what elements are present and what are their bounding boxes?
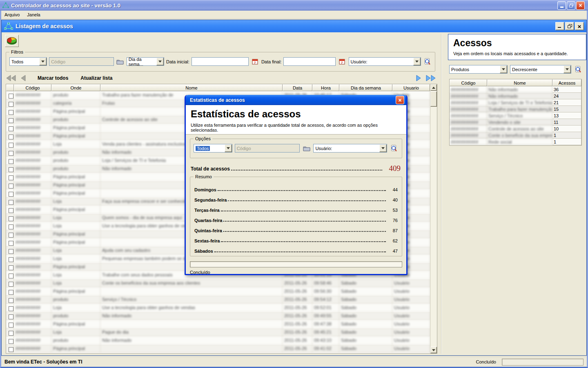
search-icon[interactable] [390, 144, 399, 153]
acessos-row[interactable]: ########### Controle de acessos ao site … [450, 126, 581, 132]
acessos-row[interactable]: ########### Vendendo o site 11 [450, 119, 581, 126]
menu-arquivo[interactable]: Arquivo [4, 12, 20, 17]
table-row[interactable]: ########## Loja Conte os benefícios da s… [6, 279, 430, 287]
col-data[interactable]: Data [283, 84, 312, 91]
table-row[interactable]: ########## produto Não informado 2011-05… [6, 312, 430, 320]
first-page-icon[interactable] [6, 74, 16, 82]
row-checkbox[interactable] [9, 331, 13, 336]
table-row[interactable]: ########## Página principal 2011-05-26 0… [6, 287, 430, 296]
row-checkbox[interactable] [9, 233, 13, 238]
table-row[interactable]: ########## Loja Use a tecnologia para ob… [6, 304, 430, 312]
row-checkbox[interactable] [9, 118, 13, 123]
chevron-down-icon[interactable] [500, 65, 507, 73]
acessos-row[interactable]: ########### Loja / Serviços de TI e Tele… [450, 99, 581, 106]
row-checkbox[interactable] [9, 216, 13, 221]
row-checkbox[interactable] [9, 167, 13, 172]
acessos-row[interactable]: ########### Trabalho para fazer manutenç… [450, 106, 581, 112]
scroll-down-icon[interactable] [430, 347, 437, 353]
calendar-icon[interactable]: 7 [251, 57, 259, 66]
col-onde[interactable]: Onde [51, 84, 100, 91]
row-checkbox[interactable] [9, 290, 13, 295]
row-checkbox[interactable] [9, 208, 13, 213]
child-close-button[interactable]: × [575, 22, 584, 30]
row-checkbox[interactable] [9, 241, 13, 246]
filter-user-combo[interactable]: Usuário: [349, 57, 421, 66]
row-checkbox[interactable] [9, 306, 13, 311]
dialog-code-input[interactable] [235, 144, 300, 153]
row-checkbox[interactable] [9, 200, 13, 205]
acessos-row[interactable]: ########### Serviço / Técnico 13 [450, 112, 581, 119]
child-restore-button[interactable] [565, 22, 574, 30]
chevron-down-icon[interactable] [413, 58, 421, 65]
row-checkbox[interactable] [9, 110, 13, 115]
row-checkbox[interactable] [9, 143, 13, 148]
table-row[interactable]: ########## Página principal 2011-05-26 0… [6, 345, 430, 353]
scroll-up-icon[interactable] [430, 84, 437, 91]
col-codigo[interactable]: Código [450, 79, 487, 86]
row-checkbox[interactable] [9, 323, 13, 328]
chevron-down-icon[interactable] [564, 65, 571, 73]
search-icon[interactable] [423, 57, 432, 66]
vertical-scrollbar[interactable] [430, 84, 437, 353]
row-checkbox[interactable] [9, 159, 13, 164]
date-start-input[interactable] [192, 57, 249, 66]
acessos-row[interactable]: ########### Conte o benefício da sua emp… [450, 132, 581, 139]
row-checkbox[interactable] [9, 347, 13, 352]
filter-type-combo[interactable]: Todos [9, 57, 47, 66]
table-row[interactable]: ########## produto Serviço / Técnico 201… [6, 296, 430, 304]
col-nome[interactable]: Nome [100, 84, 283, 91]
col-codigo[interactable]: Código [14, 84, 51, 91]
child-minimize-button[interactable] [555, 22, 564, 30]
filter-day-combo[interactable]: Dia da sema... [127, 57, 164, 66]
last-page-icon[interactable] [425, 74, 436, 82]
dialog-user-combo[interactable]: Usuário: [313, 144, 387, 153]
row-checkbox[interactable] [9, 151, 13, 156]
acessos-row[interactable]: ########### Não informado 36 [450, 86, 581, 93]
acessos-row[interactable]: ########### Não informado 24 [450, 93, 581, 99]
row-checkbox[interactable] [9, 94, 13, 99]
col-usuario[interactable]: Usuario [392, 84, 430, 91]
acessos-row[interactable]: ########### Rede social 1 [450, 139, 581, 145]
col-hora[interactable]: Hora [312, 84, 339, 91]
restore-button[interactable] [567, 1, 575, 10]
next-page-icon[interactable] [416, 74, 421, 82]
date-end-input[interactable] [283, 57, 336, 66]
chevron-down-icon[interactable] [39, 58, 47, 65]
row-checkbox[interactable] [9, 339, 13, 344]
prev-page-icon[interactable] [20, 74, 26, 82]
scrollbar-thumb[interactable] [430, 91, 437, 107]
row-checkbox[interactable] [9, 224, 13, 229]
chevron-down-icon[interactable] [379, 144, 387, 152]
chevron-down-icon[interactable] [156, 58, 164, 65]
col-nome[interactable]: Nome [487, 79, 552, 86]
sort-dir-combo[interactable]: Decrescente [510, 65, 571, 74]
row-checkbox[interactable] [9, 265, 13, 270]
row-checkbox[interactable] [9, 192, 13, 197]
calendar-icon[interactable]: 7 [338, 57, 346, 66]
dialog-type-combo[interactable]: Todos [194, 144, 232, 153]
refresh-list-button[interactable]: Atualizar lista [80, 75, 112, 81]
table-row[interactable]: ########## Loja Pague do dia 2011-05-26 … [6, 328, 430, 337]
search-icon[interactable] [574, 65, 583, 74]
folder-icon[interactable] [116, 57, 125, 66]
statistics-pie-button[interactable] [5, 35, 19, 47]
minimize-button[interactable] [557, 1, 566, 10]
mark-all-button[interactable]: Marcar todos [38, 75, 68, 81]
row-checkbox[interactable] [9, 314, 13, 319]
row-checkbox[interactable] [9, 298, 13, 303]
row-checkbox[interactable] [9, 135, 13, 139]
row-checkbox[interactable] [9, 175, 13, 180]
row-checkbox[interactable] [9, 282, 13, 287]
table-row[interactable]: ########## Página principal 2011-05-26 0… [6, 320, 430, 328]
filter-code-input[interactable] [49, 57, 114, 66]
row-checkbox[interactable] [9, 102, 13, 107]
row-checkbox[interactable] [9, 257, 13, 262]
folder-icon[interactable] [302, 144, 311, 153]
row-checkbox[interactable] [9, 249, 13, 254]
dialog-close-button[interactable]: × [396, 96, 404, 104]
sort-field-combo[interactable]: Produtos [449, 65, 508, 74]
row-checkbox[interactable] [9, 126, 13, 131]
close-button[interactable]: × [576, 1, 585, 10]
col-dia[interactable]: Dia da semana [339, 84, 392, 91]
menu-janela[interactable]: Janela [27, 12, 40, 17]
